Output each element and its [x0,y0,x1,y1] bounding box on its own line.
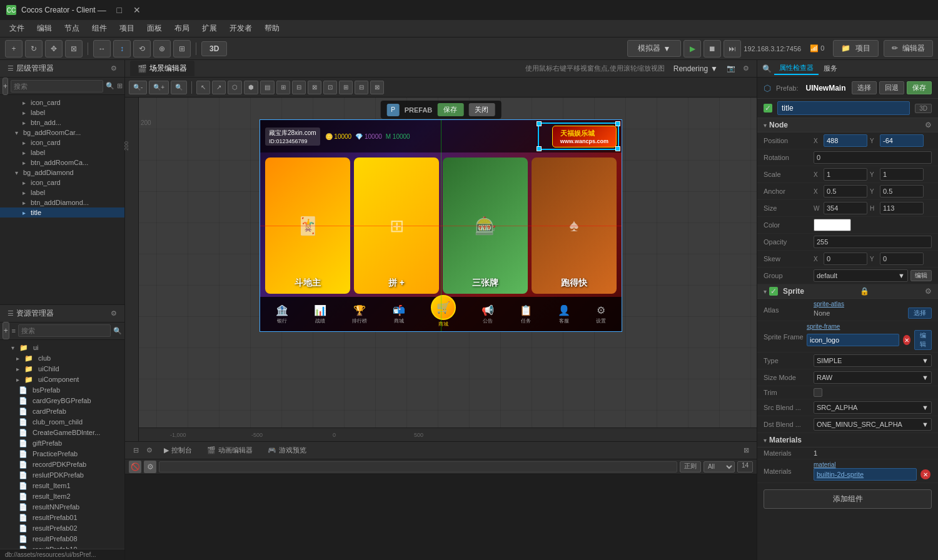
sprite-gear-icon[interactable]: ⚙ [925,287,932,296]
menu-layout[interactable]: 布局 [168,22,196,35]
asset-item-result2[interactable]: 📄result_Item2 [0,491,124,502]
hierarchy-item-label-2[interactable]: ▸label [0,148,124,158]
hierarchy-item-btn-adddiamond[interactable]: ▸btn_addDiamond... [0,198,124,208]
maximize-button[interactable]: □ [113,4,126,16]
asset-item-ui[interactable]: ▾📁ui [0,342,124,353]
hierarchy-item-bg-adddiamond[interactable]: ▾bg_addDiamond [0,168,124,178]
tab-service[interactable]: 服务 [819,62,842,74]
tab-inspector[interactable]: 属性检查器 [774,62,819,75]
scale-y-input[interactable] [880,168,924,181]
hierarchy-item-btn-add[interactable]: ▸btn_add... [0,118,124,128]
scene-toolbar-btn-15[interactable]: ⊠ [370,81,384,94]
skew-x-input[interactable] [824,252,867,265]
sprite-frame-link[interactable]: sprite-frame [807,323,932,330]
asset-item-cardgreybg[interactable]: 📄cardGreyBGPrefab [0,396,124,406]
scene-save-button[interactable]: 保存 [437,103,463,116]
hierarchy-item-icon-card-3[interactable]: ▸icon_card [0,178,124,188]
asset-item-uichild[interactable]: ▸📁uiChild [0,364,124,374]
add-component-button[interactable]: 添加组件 [764,489,932,509]
node-section-header[interactable]: ▾ Node ⚙ [757,118,938,132]
menu-project[interactable]: 项目 [113,22,141,35]
prefab-save-button[interactable]: 保存 [907,81,932,94]
sprite-frame-clear-button[interactable]: ✕ [903,335,910,345]
material-clear-button[interactable]: ✕ [920,469,930,479]
rendering-dropdown[interactable]: Rendering ▼ [673,64,718,73]
nav-task[interactable]: 📋任务 [520,304,532,324]
assets-settings-icon[interactable]: ⚙ [108,308,119,319]
assets-menu-icon[interactable]: ☰ [5,308,16,319]
play-button[interactable]: ▶ [683,40,701,58]
simulator-button[interactable]: 模拟器 ▼ [627,40,681,57]
hierarchy-settings-icon[interactable]: ⚙ [108,63,119,74]
rect-tool[interactable]: ⊕ [153,40,171,58]
tab-console[interactable]: ▶ 控制台 [158,443,198,458]
scene-toolbar-btn-6[interactable]: ⬡ [228,81,242,94]
assets-add-button[interactable]: + [3,322,9,339]
select-tool-button[interactable]: ⊠ [65,40,83,58]
anchor-y-input[interactable] [880,185,924,198]
tab-animation[interactable]: 🎬 动画编辑器 [201,443,259,458]
src-blend-dropdown[interactable]: SRC_ALPHA ▼ [814,401,932,414]
nav-bank[interactable]: 🏦银行 [276,304,288,324]
nav-notice[interactable]: 📢公告 [482,304,494,324]
move-tool-button[interactable]: ✥ [45,40,63,58]
material-name[interactable]: builtin-2d-sprite [814,468,917,481]
asset-item-club[interactable]: ▸📁club [0,353,124,364]
prefab-select-button[interactable]: 选择 [852,81,877,94]
nav-zhanji[interactable]: 📊战绩 [314,304,326,324]
asset-item-bsprefab[interactable]: 📄bsPrefab [0,385,124,396]
bottom-expand-icon[interactable]: ⊠ [740,445,752,456]
asset-item-cardprefab[interactable]: 📄cardPrefab [0,406,124,417]
bottom-panels-icon[interactable]: ⊟ [130,445,141,456]
hierarchy-search-icon[interactable]: 🔍 [106,81,114,92]
menu-file[interactable]: 文件 [3,22,31,35]
color-swatch[interactable] [814,219,851,231]
skew-y-input[interactable] [880,252,924,265]
scene-toolbar-btn-9[interactable]: ⊞ [276,81,290,94]
menu-component[interactable]: 组件 [86,22,113,35]
3d-mode-button[interactable]: 3D [201,41,227,56]
nav-guanggao[interactable]: 📬商城 [393,304,405,324]
assets-sort-icon[interactable]: ≡ [12,325,16,336]
menu-node[interactable]: 节点 [58,22,86,35]
minimize-button[interactable]: — [96,4,108,16]
rotate-tool[interactable]: ↕ [113,40,131,58]
editor-button[interactable]: ✏ 编辑器 [884,40,933,57]
scene-toolbar-btn-3[interactable]: 🔍 [171,81,187,94]
size-h-input[interactable] [880,202,924,214]
hierarchy-item-title[interactable]: ▸title [0,208,124,218]
scene-toolbar-btn-12[interactable]: ⊡ [323,81,337,94]
asset-item-reslutpdk[interactable]: 📄reslutPDKPrefab [0,470,124,481]
bottom-gear-icon[interactable]: ⚙ [144,445,155,456]
scene-toolbar-btn-13[interactable]: ⊞ [339,81,353,94]
scene-toolbar-btn-8[interactable]: ▤ [260,81,275,94]
node-active-checkbox[interactable]: ✓ [764,104,772,112]
asset-item-resultnn[interactable]: 📄resultNNPrefab [0,502,124,512]
prefab-back-button[interactable]: 回退 [879,81,904,94]
hierarchy-search-input[interactable] [11,80,103,92]
nav-rank[interactable]: 🏆排行榜 [352,304,367,324]
scale-tool[interactable]: ⟲ [133,40,151,58]
scene-camera-icon[interactable]: 📷 [725,63,737,74]
scene-toolbar-btn-1[interactable]: 🔍- [129,81,147,94]
sprite-enable-checkbox[interactable]: ✓ [769,287,778,296]
asset-item-result08[interactable]: 📄resultPrefab08 [0,534,124,544]
hierarchy-add-button[interactable]: + [3,78,8,95]
asset-item-clubroom[interactable]: 📄club_room_child [0,417,124,428]
menu-extend[interactable]: 扩展 [196,22,223,35]
asset-item-result01[interactable]: 📄resultPrefab01 [0,512,124,523]
console-search-input[interactable] [162,463,674,471]
asset-item-result02[interactable]: 📄resultPrefab02 [0,523,124,534]
close-button[interactable]: ✕ [131,4,143,16]
atlas-link[interactable]: sprite-atlas [814,301,932,308]
game-card-pin[interactable]: ⊞ 拼 + [354,158,439,294]
step-button[interactable]: ⏭ [724,40,741,58]
console-regex-button[interactable]: 正则 [680,461,701,472]
hierarchy-item-label-1[interactable]: ▸label [0,108,124,118]
group-edit-button[interactable]: 编辑 [910,270,932,281]
rotation-input[interactable] [814,151,932,164]
node-section-gear[interactable]: ⚙ [925,121,932,129]
sprite-frame-input[interactable] [807,334,899,346]
hierarchy-menu-icon[interactable]: ☰ [5,63,16,74]
assets-search-icon[interactable]: 🔍 [113,325,122,336]
